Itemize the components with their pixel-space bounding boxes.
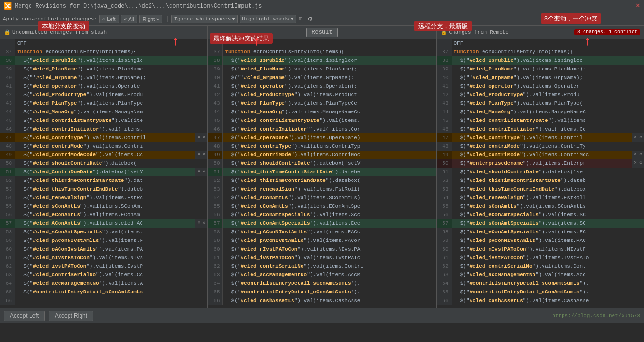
conflict-action-btn[interactable]: ×: [196, 168, 201, 176]
table-row: 57 $("#cled_sConAmtSpecialLs").val(items…: [437, 219, 644, 228]
table-row: 40 $("'#cled_GrpName").val(items.GrpName…: [437, 73, 644, 82]
table-row: 57 $("#cled_AConAmtLs").val(items.cled_A…: [0, 219, 207, 228]
table-row: 54 $("#cled_renewalSign").val(items.FstR…: [437, 193, 644, 202]
line-number: 41: [208, 82, 223, 91]
all-btn[interactable]: « All: [121, 15, 138, 23]
conflict-badge: 3 changes, 1 conflict: [574, 29, 640, 35]
table-row: 51 $("#cled_shouldContriDate").datebox('…: [437, 168, 644, 176]
table-row: 56 $("#cled_eConAmtSpecialLs").val(items…: [437, 211, 644, 219]
line-number: 63: [208, 271, 223, 279]
right-panel-title: Changes from Remote: [449, 30, 509, 35]
table-row: 64 $("#contriListEntryDetail_sConAmtSumL…: [208, 279, 436, 288]
ignore-whitespace-dropdown[interactable]: Ignore whitespaces ▼: [171, 15, 237, 23]
conflict-action-btn[interactable]: ×: [196, 151, 201, 159]
line-number: 66: [437, 296, 452, 305]
left-btn[interactable]: « Left: [99, 15, 119, 23]
line-number: 57: [437, 219, 452, 228]
table-row: 59 $("#cled_pAConNIvstAmlLs").val(items.…: [0, 236, 207, 245]
table-row: 64 $("#contriListEntryDetail_sConAmtSumL…: [437, 279, 644, 288]
line-content: $("#cled_cashAssetLs").val(items.CashAss…: [223, 296, 436, 305]
line-number: 57: [208, 219, 223, 228]
line-content: $("#cled_PlanType").val(items.PlanTypeCc: [223, 99, 436, 108]
table-row: 62 $("#cled_ivstPAToCon").val(items.Ivst…: [0, 262, 207, 271]
conflict-action-btn[interactable]: ×: [196, 133, 201, 142]
conflict-action-btn[interactable]: ×: [196, 219, 201, 228]
title-bar: 🔀 Merge Revisions for D:\java_code\...\d…: [0, 0, 644, 12]
center-panel-code[interactable]: 37function echoContriLsEntryInfo(items){…: [208, 39, 436, 308]
conflict-action-btn[interactable]: ×: [633, 133, 638, 142]
right-panel-code[interactable]: OFF37function echoContriLsEntryInfo(item…: [437, 39, 644, 308]
table-row: 63 $("#cled_accManagementNo").val(items.…: [437, 271, 644, 279]
line-content: $("#cled_thisTimeContriStartDate").dateb: [452, 176, 644, 185]
line-content: $("#cled_pAConNIvstAmlLs").val(items.PAC…: [223, 228, 436, 236]
table-row: 58 $("#cled_sConAmtSpecialLs").val(items…: [0, 228, 207, 236]
line-number: 52: [437, 176, 452, 185]
line-number: 51: [208, 168, 223, 176]
table-row: 47 $("#cled_operaDate").val(items.OperaD…: [208, 133, 436, 142]
dropdown-arrow2: ▼: [291, 16, 294, 22]
line-number: 43: [0, 99, 15, 108]
table-row: 42 $("#cled_ProductType").val(items.Prod…: [437, 91, 644, 99]
accept-right-button[interactable]: Accept Right: [49, 311, 93, 321]
table-row: 46 $("#cled_contriInitiator").val( items…: [0, 125, 207, 133]
line-number: 61: [0, 253, 15, 262]
table-row: 65 $("#contriListEntryDetail_sConAmtSumL…: [0, 288, 207, 296]
table-row: 38 $("#cled_IsPublic").val(items.issingl…: [0, 56, 207, 65]
line-number: 62: [208, 262, 223, 271]
line-content: $("#cled_sConAmtSpecialLs").val(items.: [15, 228, 207, 236]
conflict-action-btn[interactable]: «: [638, 159, 643, 168]
conflict-action-btn[interactable]: »: [201, 151, 206, 159]
conflict-action-btn[interactable]: »: [201, 219, 206, 228]
line-number: 37: [437, 48, 452, 56]
table-row: 61 $("#cled_ivstPAToCon").val(items.Ivst…: [208, 253, 436, 262]
left-panel-header: 🔒 Uncommitted changes from stash: [0, 26, 207, 39]
line-content: $("#cled_ProductType").val(items.Produ: [15, 91, 207, 99]
close-button[interactable]: ×: [635, 2, 640, 10]
table-row: 53 $("#cled_thisTimeContriEndDate").date…: [0, 185, 207, 193]
line-number: 44: [437, 108, 452, 116]
line-number: 50: [0, 159, 15, 168]
conflict-action-btn[interactable]: »: [201, 168, 206, 176]
line-content: $("#cled_contriType").val(items.ContriTy…: [223, 142, 436, 151]
left-panel-title: Uncommitted changes from stash: [12, 30, 107, 35]
line-content: $("#cled_ProductType").val(items.Produ: [452, 91, 644, 99]
conflict-action-btn[interactable]: ×: [633, 151, 638, 159]
line-content: $("#cled_ManaOrg").val(items.ManageNameC: [452, 108, 644, 116]
line-content: $("#cled_shouldContriDate").datebox('set: [452, 168, 644, 176]
line-content: $("#cled_accManagementNo").val(items.A: [15, 279, 207, 288]
highlight-words-dropdown[interactable]: Highlight words ▼: [240, 15, 296, 23]
line-content: $("#cled_cashAssetLs").val(items.CashAss…: [452, 296, 644, 305]
table-row: OFF: [437, 39, 644, 48]
line-number: 63: [0, 271, 15, 279]
line-content: $("#cled_eConAmtSpecialLs").val(items.Sc…: [223, 211, 436, 219]
line-number: 38: [208, 56, 223, 65]
line-number: 59: [208, 236, 223, 245]
table-row: 39 $("#cled_PlanName").val(items.PlanNam…: [437, 65, 644, 73]
accept-left-button[interactable]: Accept Left: [4, 311, 45, 321]
line-content: $("#cled_operator").val(items.Operater: [452, 82, 644, 91]
table-row: 55 $("#cled_sConAmtLs").val(items.SConAm…: [0, 202, 207, 211]
conflict-action-btn[interactable]: «: [638, 151, 643, 159]
conflict-action-btn[interactable]: »: [201, 133, 206, 142]
left-panel-code[interactable]: OFF37function echoContriLsEntryInfo(item…: [0, 39, 207, 308]
settings-btn[interactable]: ⚙: [305, 14, 315, 24]
line-number: 43: [437, 99, 452, 108]
table-row: 66 $("#cled_cashAssetLs").val(items.Cash…: [208, 296, 436, 305]
line-number: 64: [437, 279, 452, 288]
line-content: $("#cled_eConAmtSpecialLs").val(items.Ec…: [223, 219, 436, 228]
line-content: $("#cled_contriMode").val(items.ContriTy: [452, 142, 644, 151]
line-content: [15, 296, 207, 305]
result-badge: Result: [306, 28, 337, 37]
line-content: $("#cled_IsPublic").val(items.issingle: [15, 56, 207, 65]
line-content: $("#cled_PlanName").val(items.PlanName: [15, 65, 207, 73]
table-row: 60 $("#cled_pAConIvstAmlLs").val(items.P…: [0, 245, 207, 253]
right-btn[interactable]: Right »: [139, 15, 162, 23]
line-content: $("#cled_contriType").val(items.Contril: [15, 133, 195, 142]
conflict-action-btn[interactable]: «: [638, 133, 643, 142]
line-content: $("#cled_contriSerialNo").val(items.Cont: [452, 262, 644, 271]
conflict-action-btn[interactable]: ×: [633, 159, 638, 168]
line-number: 39: [208, 65, 223, 73]
line-content: $("'#cled_GrpName").val(items.GrpName);: [452, 73, 644, 82]
line-number: 52: [0, 176, 15, 185]
line-number: 46: [0, 125, 15, 133]
